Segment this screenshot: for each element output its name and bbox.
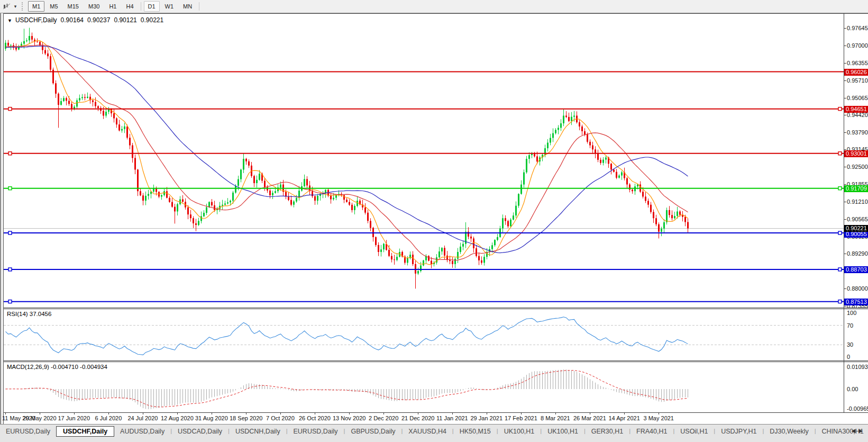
candle-body bbox=[97, 106, 99, 109]
main-chart-plot[interactable] bbox=[4, 14, 844, 308]
timeframe-button-m5[interactable]: M5 bbox=[45, 1, 62, 12]
candle-body bbox=[248, 161, 250, 166]
toolbar-grip[interactable] bbox=[22, 2, 25, 11]
candle-body bbox=[267, 187, 268, 191]
price-tick-mark bbox=[844, 132, 846, 133]
date-tick-label: 31 Aug 2020 bbox=[195, 415, 228, 421]
macd-plot[interactable] bbox=[4, 362, 844, 412]
tab-uk100-h1[interactable]: UK100,H1 bbox=[498, 427, 541, 436]
candle-body bbox=[208, 202, 210, 208]
hline-handle[interactable] bbox=[838, 107, 842, 111]
toolbar-separator bbox=[199, 2, 199, 11]
hline-handle[interactable] bbox=[838, 152, 842, 155]
candle-body bbox=[616, 172, 617, 178]
date-tick-label: 13 Nov 2020 bbox=[333, 415, 366, 421]
candle-body bbox=[684, 217, 686, 222]
rsi-plot[interactable] bbox=[4, 309, 844, 360]
candle-body bbox=[584, 131, 586, 134]
ma-21-line[interactable] bbox=[6, 45, 688, 260]
timeframe-button-h4[interactable]: H4 bbox=[122, 1, 138, 12]
tab-fra40-h1[interactable]: FRA40,H1 bbox=[631, 427, 673, 436]
date-tick-mark bbox=[108, 413, 109, 414]
hline-handle[interactable] bbox=[8, 107, 12, 111]
timeframe-button-w1[interactable]: W1 bbox=[161, 1, 178, 12]
date-tick-label: 2 Dec 2020 bbox=[369, 415, 398, 421]
tab-scroll-left-icon[interactable]: ◀ bbox=[852, 428, 859, 434]
candle-body bbox=[452, 261, 453, 264]
candle-body bbox=[555, 130, 556, 133]
candle-body bbox=[5, 43, 6, 49]
hline-handle[interactable] bbox=[8, 268, 12, 271]
candle-body bbox=[579, 122, 580, 127]
candle-body bbox=[148, 194, 149, 196]
tab-usdchf-daily[interactable]: USDCHF,Daily bbox=[56, 426, 114, 437]
candle-body bbox=[526, 159, 527, 172]
candle-body bbox=[227, 202, 229, 203]
tab-usdcnh-daily[interactable]: USDCNH,Daily bbox=[230, 427, 286, 436]
candle-body bbox=[632, 190, 633, 191]
hline-handle[interactable] bbox=[838, 231, 842, 234]
tab-eurusd-daily[interactable]: EURUSD,Daily bbox=[0, 427, 56, 436]
date-tick-label: 29 Jan 2021 bbox=[471, 415, 503, 421]
tab-usdcad-daily[interactable]: USDCAD,Daily bbox=[172, 427, 228, 436]
timeframe-button-h1[interactable]: H1 bbox=[105, 1, 121, 12]
candle-body bbox=[288, 196, 289, 200]
timeframe-button-m15[interactable]: M15 bbox=[63, 1, 83, 12]
dropdown-caret-icon[interactable]: ▾ bbox=[12, 4, 19, 9]
candle-body bbox=[671, 215, 673, 218]
ma-7-line[interactable] bbox=[6, 41, 688, 265]
tab-xauusd-h4[interactable]: XAUUSD,H4 bbox=[403, 427, 452, 436]
candle-body bbox=[272, 193, 273, 195]
candle-body bbox=[76, 100, 78, 106]
tab-scroll-right-icon[interactable]: ▶ bbox=[858, 428, 866, 434]
tab-dj30-weekly[interactable]: DJ30,Weekly bbox=[764, 427, 814, 436]
tab-usoil-h1[interactable]: USOil,H1 bbox=[674, 427, 714, 436]
date-tick-mark bbox=[143, 413, 143, 414]
tab-ger30-h1[interactable]: GER30,H1 bbox=[586, 427, 629, 436]
tab-audusd-daily[interactable]: AUDUSD,Daily bbox=[114, 427, 170, 436]
hline-handle[interactable] bbox=[8, 231, 12, 234]
hline-handle[interactable] bbox=[838, 187, 842, 190]
hline-handle[interactable] bbox=[8, 152, 12, 155]
timeframe-button-m1[interactable]: M1 bbox=[28, 1, 44, 12]
price-tick-mark bbox=[844, 306, 846, 306]
candle-body bbox=[436, 257, 437, 263]
timeframe-button-d1[interactable]: D1 bbox=[144, 1, 160, 12]
hline-handle[interactable] bbox=[838, 300, 842, 303]
hline-handle[interactable] bbox=[8, 187, 12, 190]
candle-body bbox=[396, 257, 398, 260]
chart-tools-icon[interactable] bbox=[2, 2, 12, 11]
tab-gbpusd-daily[interactable]: GBPUSD,Daily bbox=[345, 427, 401, 436]
tab-uk100-h1[interactable]: UK100,H1 bbox=[542, 427, 584, 436]
timeframe-button-mn[interactable]: MN bbox=[179, 1, 196, 12]
candle-body bbox=[169, 198, 170, 202]
ma-50-line[interactable] bbox=[6, 46, 688, 253]
candle-body bbox=[415, 264, 416, 274]
candle-body bbox=[457, 252, 459, 259]
hline-handle[interactable] bbox=[838, 268, 842, 271]
candle-body bbox=[573, 115, 575, 116]
candle-body bbox=[613, 169, 615, 172]
tab-eurusd-daily[interactable]: EURUSD,Daily bbox=[288, 427, 344, 436]
tab-usdjpy-h1[interactable]: USDJPY,H1 bbox=[715, 427, 762, 436]
candle-body bbox=[174, 207, 176, 212]
date-tick-mark bbox=[555, 413, 556, 414]
date-tick-mark bbox=[315, 413, 315, 414]
hline-handle[interactable] bbox=[8, 300, 12, 303]
window-border bbox=[0, 13, 1, 442]
candle-body bbox=[166, 191, 168, 197]
candle-body bbox=[304, 179, 305, 186]
candle-body bbox=[312, 191, 313, 196]
date-tick-mark bbox=[418, 413, 418, 414]
candle-body bbox=[444, 248, 445, 255]
candle-body bbox=[388, 250, 390, 256]
tab-hk50-m15[interactable]: HK50,M15 bbox=[454, 427, 497, 436]
price-tick-mark bbox=[844, 219, 846, 220]
candle-body bbox=[354, 206, 355, 210]
timeframe-button-m30[interactable]: M30 bbox=[84, 1, 104, 12]
candle-body bbox=[235, 186, 236, 193]
date-tick-label: 29 May 2020 bbox=[23, 415, 57, 421]
candle-body bbox=[357, 201, 358, 206]
hline-price-label: 0.91709 bbox=[844, 185, 868, 192]
candle-body bbox=[494, 240, 496, 245]
